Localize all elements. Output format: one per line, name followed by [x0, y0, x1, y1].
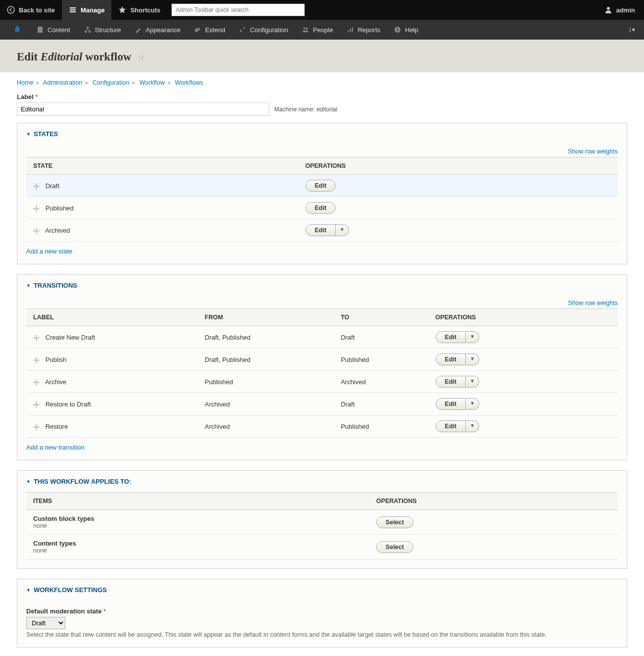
- crumb-config[interactable]: Configuration: [93, 79, 129, 86]
- transition-from: Archived: [198, 393, 334, 415]
- table-row: ArchivedEdit▼: [26, 219, 618, 242]
- settings-summary[interactable]: ▼Workflow Settings: [17, 579, 627, 601]
- applies-summary[interactable]: ▼This workflow applies to:: [17, 471, 627, 492]
- toolbar-top: Back to site Manage Shortcuts admin: [0, 0, 644, 20]
- collapse-icon: [628, 26, 636, 34]
- edit-button[interactable]: Edit: [436, 420, 466, 432]
- manage-toggle[interactable]: Manage: [62, 0, 111, 20]
- menu-reports-label: Reports: [358, 26, 381, 34]
- transitions-section: ▼Transitions Show row weights Label From…: [17, 274, 627, 460]
- states-summary[interactable]: ▼States: [17, 123, 627, 145]
- drag-handle[interactable]: [33, 400, 40, 408]
- col-trans-from: From: [198, 309, 334, 326]
- drupal-logo[interactable]: [5, 20, 30, 40]
- menu-content[interactable]: Content: [30, 20, 77, 40]
- add-state-link[interactable]: Add a new state: [26, 242, 72, 255]
- menu-appearance[interactable]: Appearance: [128, 20, 187, 40]
- table-row: PublishedEdit: [26, 197, 618, 219]
- select-button[interactable]: Select: [376, 541, 413, 553]
- transitions-show-weights[interactable]: Show row weights: [568, 300, 618, 306]
- menu-help[interactable]: ?Help: [387, 20, 425, 40]
- menu-people[interactable]: People: [295, 20, 340, 40]
- page-title: Edit Editorial workflow: [17, 50, 134, 63]
- default-state-select[interactable]: Draft: [26, 617, 65, 629]
- svg-rect-16: [34, 186, 39, 187]
- dropdown-toggle[interactable]: ▼: [466, 420, 479, 432]
- crumb-workflow[interactable]: Workflow: [140, 79, 165, 86]
- shortcut-star[interactable]: ☆: [137, 52, 145, 62]
- drag-handle[interactable]: [33, 226, 40, 234]
- default-state-desc: Select the state that new content will b…: [26, 631, 618, 638]
- item-sub: none: [33, 522, 362, 529]
- settings-heading: Workflow Settings: [34, 586, 107, 594]
- title-italic: Editorial: [41, 50, 82, 63]
- state-name: Archived: [45, 227, 70, 234]
- edit-button[interactable]: Edit: [305, 180, 336, 192]
- table-row: Restore Archived Published Edit▼: [26, 415, 618, 438]
- search-input[interactable]: [171, 3, 305, 16]
- arrow-icon: ▼: [26, 479, 31, 484]
- dropdown-toggle[interactable]: ▼: [336, 224, 349, 236]
- user-icon: [604, 6, 612, 14]
- edit-button[interactable]: Edit: [436, 353, 466, 365]
- transition-label: Archive: [45, 378, 66, 386]
- title-region: Edit Editorial workflow ☆: [0, 40, 644, 72]
- crumb-home[interactable]: Home: [17, 79, 33, 86]
- back-to-site[interactable]: Back to site: [0, 0, 62, 20]
- crumb-admin[interactable]: Administration: [43, 79, 82, 86]
- toolbar-search: [171, 3, 305, 16]
- transition-from: Draft, Published: [198, 349, 334, 371]
- svg-rect-20: [34, 230, 39, 231]
- transition-to: Draft: [334, 393, 428, 415]
- dropdown-toggle[interactable]: ▼: [466, 376, 479, 388]
- menu-structure[interactable]: Structure: [77, 20, 128, 40]
- dropdown-toggle[interactable]: ▼: [466, 331, 479, 343]
- states-show-weights[interactable]: Show row weights: [568, 148, 618, 155]
- structure-icon: [84, 26, 91, 33]
- shortcuts-toggle[interactable]: Shortcuts: [111, 0, 167, 20]
- label-input[interactable]: [17, 102, 269, 116]
- select-button[interactable]: Select: [376, 516, 413, 528]
- edit-button[interactable]: Edit: [436, 398, 466, 410]
- collapse-toolbar[interactable]: [628, 26, 636, 34]
- table-row: Content typesnone Select: [26, 535, 618, 559]
- arrow-icon: ▼: [26, 588, 31, 593]
- breadcrumb: Home» Administration» Configuration» Wor…: [0, 72, 644, 93]
- dropdown-toggle[interactable]: ▼: [466, 353, 479, 365]
- required-mark: *: [103, 607, 106, 615]
- drag-handle[interactable]: [33, 333, 40, 341]
- col-trans-ops: Operations: [429, 309, 618, 326]
- arrow-icon: ▼: [26, 132, 31, 137]
- drag-handle[interactable]: [33, 204, 40, 212]
- crumb-workflows[interactable]: Workflows: [175, 79, 203, 86]
- drag-handle[interactable]: [33, 378, 40, 386]
- drag-handle[interactable]: [33, 182, 40, 190]
- user-menu[interactable]: admin: [604, 6, 644, 14]
- menu-extend[interactable]: Extend: [187, 20, 232, 40]
- svg-rect-24: [34, 359, 39, 360]
- menu-extend-label: Extend: [205, 26, 225, 34]
- drag-handle[interactable]: [33, 422, 40, 430]
- user-label: admin: [616, 6, 635, 14]
- edit-button[interactable]: Edit: [436, 331, 466, 343]
- svg-point-1: [607, 7, 610, 10]
- edit-button[interactable]: Edit: [305, 224, 336, 236]
- edit-button[interactable]: Edit: [305, 202, 336, 214]
- menu-configuration[interactable]: Configuration: [232, 20, 295, 40]
- required-mark: *: [36, 93, 38, 101]
- config-icon: [239, 26, 246, 33]
- svg-rect-30: [34, 426, 39, 427]
- title-prefix: Edit: [17, 50, 41, 63]
- edit-button[interactable]: Edit: [436, 376, 466, 388]
- transition-to: Published: [334, 415, 428, 438]
- drag-handle[interactable]: [33, 355, 40, 363]
- add-transition-link[interactable]: Add a new transition: [26, 438, 85, 451]
- table-row: Create New Draft Draft, Published Draft …: [26, 326, 618, 349]
- transitions-summary[interactable]: ▼Transitions: [17, 275, 627, 296]
- people-icon: [302, 26, 309, 33]
- menu-reports[interactable]: Reports: [340, 20, 388, 40]
- dropdown-toggle[interactable]: ▼: [466, 398, 479, 410]
- transition-to: Draft: [334, 326, 428, 349]
- menu-structure-label: Structure: [95, 26, 121, 34]
- main-content: Label * Machine name: editorial ▼States …: [0, 93, 644, 656]
